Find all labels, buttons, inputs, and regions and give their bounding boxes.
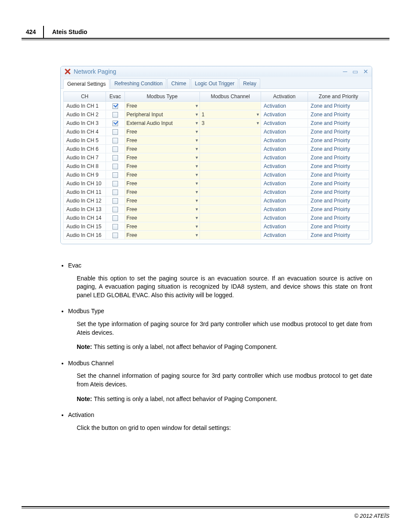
close-button[interactable]: ✕ (363, 68, 368, 75)
zone-priority-button[interactable]: Zone and Prioirty (311, 129, 350, 135)
evac-checkbox[interactable] (112, 190, 118, 195)
activation-button[interactable]: Activation (264, 146, 286, 152)
activation-button[interactable]: Activation (264, 112, 286, 118)
modbus-type-dropdown[interactable]: Free▼ (125, 205, 200, 213)
tab-refreshing-condition[interactable]: Refreshing Condition (110, 78, 166, 88)
activation-button[interactable]: Activation (264, 172, 286, 178)
app-icon (64, 68, 71, 75)
evac-checkbox[interactable] (112, 215, 118, 221)
tab-logic-out-trigger[interactable]: Logic Out Trigger (191, 78, 238, 88)
modbus-channel-dropdown[interactable] (200, 180, 261, 187)
zone-priority-button[interactable]: Zone and Prioirty (311, 155, 350, 161)
zone-priority-button[interactable]: Zone and Prioirty (311, 103, 350, 109)
zone-priority-button[interactable]: Zone and Prioirty (311, 189, 350, 195)
evac-checkbox[interactable] (112, 181, 118, 187)
modbus-type-dropdown[interactable]: Free▼ (125, 162, 200, 170)
modbus-type-dropdown[interactable]: Free▼ (125, 154, 200, 162)
zone-priority-button[interactable]: Zone and Prioirty (311, 112, 350, 118)
zone-priority-button[interactable]: Zone and Prioirty (311, 224, 350, 230)
evac-checkbox[interactable] (112, 129, 118, 135)
activation-button[interactable]: Activation (264, 198, 286, 204)
zone-priority-button[interactable]: Zone and Prioirty (311, 206, 350, 212)
activation-button[interactable]: Activation (264, 180, 286, 187)
modbus-channel-dropdown[interactable] (200, 223, 261, 230)
zone-priority-button[interactable]: Zone and Prioirty (311, 172, 350, 178)
modbus-channel-dropdown[interactable]: 1▼ (200, 111, 261, 118)
activation-button[interactable]: Activation (264, 103, 286, 109)
activation-button[interactable]: Activation (264, 189, 286, 195)
modbus-type-dropdown[interactable]: Free▼ (125, 128, 200, 136)
modbus-type-dropdown[interactable]: Free▼ (125, 223, 200, 230)
activation-button[interactable]: Activation (264, 129, 286, 135)
modbus-type-dropdown[interactable]: Free▼ (125, 197, 200, 205)
minimize-button[interactable]: ─ (343, 68, 347, 75)
modbus-channel-dropdown[interactable] (200, 145, 261, 153)
column-header[interactable]: CH (64, 92, 106, 102)
modbus-channel-dropdown[interactable] (200, 154, 261, 162)
modbus-channel-dropdown[interactable] (200, 137, 261, 144)
modbus-channel-dropdown[interactable] (200, 128, 261, 136)
modbus-type-dropdown[interactable]: External Audio Input▼ (125, 119, 200, 127)
modbus-channel-dropdown[interactable] (200, 214, 261, 222)
column-header[interactable]: Modbus Channel (200, 92, 261, 102)
evac-checkbox[interactable] (112, 172, 118, 178)
activation-button[interactable]: Activation (264, 224, 286, 230)
zone-priority-button[interactable]: Zone and Prioirty (311, 146, 350, 152)
evac-checkbox[interactable] (112, 121, 118, 126)
tab-general-settings[interactable]: General Settings (63, 79, 109, 89)
activation-button[interactable]: Activation (264, 232, 286, 238)
modbus-channel-dropdown[interactable] (200, 205, 261, 213)
table-row: Audio In CH 2Peripheral Input▼1▼Activati… (64, 110, 369, 119)
modbus-type-dropdown[interactable]: Free▼ (125, 137, 200, 144)
activation-button[interactable]: Activation (264, 137, 286, 143)
modbus-channel-dropdown[interactable] (200, 162, 261, 170)
column-header[interactable]: Modbus Type (125, 92, 200, 102)
evac-checkbox[interactable] (112, 138, 118, 143)
maximize-button[interactable]: ▭ (352, 68, 358, 75)
modbus-channel-dropdown[interactable]: 3▼ (200, 119, 261, 127)
evac-checkbox[interactable] (112, 146, 118, 152)
modbus-type-dropdown[interactable]: Free▼ (125, 231, 200, 239)
evac-checkbox[interactable] (112, 112, 118, 118)
table-row: Audio In CH 14Free▼ActivationZone and Pr… (64, 214, 369, 222)
zone-priority-button[interactable]: Zone and Prioirty (311, 163, 350, 169)
activation-button[interactable]: Activation (264, 215, 286, 221)
evac-checkbox[interactable] (112, 224, 118, 230)
activation-button[interactable]: Activation (264, 155, 286, 161)
modbus-type-dropdown[interactable]: Free▼ (125, 102, 200, 110)
column-header[interactable]: Evac (106, 92, 125, 102)
zone-priority-button[interactable]: Zone and Prioirty (311, 137, 350, 143)
cell-ch: Audio In CH 12 (64, 196, 106, 205)
modbus-type-dropdown[interactable]: Free▼ (125, 171, 200, 179)
evac-checkbox[interactable] (112, 233, 118, 238)
tab-chime[interactable]: Chime (167, 78, 190, 88)
column-header[interactable]: Zone and Priority (308, 92, 369, 102)
modbus-channel-dropdown[interactable] (200, 102, 261, 110)
zone-priority-button[interactable]: Zone and Prioirty (311, 232, 350, 238)
doc-item-title: Activation (68, 411, 372, 420)
doc-item-title: Modbus Channel (68, 359, 372, 368)
evac-checkbox[interactable] (112, 207, 118, 212)
zone-priority-button[interactable]: Zone and Prioirty (311, 198, 350, 204)
activation-button[interactable]: Activation (264, 206, 286, 212)
modbus-channel-dropdown[interactable] (200, 171, 261, 179)
zone-priority-button[interactable]: Zone and Prioirty (311, 120, 350, 126)
modbus-channel-dropdown[interactable] (200, 197, 261, 205)
evac-checkbox[interactable] (112, 198, 118, 204)
modbus-type-dropdown[interactable]: Free▼ (125, 180, 200, 187)
activation-button[interactable]: Activation (264, 120, 286, 126)
modbus-type-dropdown[interactable]: Free▼ (125, 188, 200, 196)
activation-button[interactable]: Activation (264, 163, 286, 169)
column-header[interactable]: Activation (261, 92, 308, 102)
modbus-channel-dropdown[interactable] (200, 231, 261, 239)
evac-checkbox[interactable] (112, 103, 118, 109)
zone-priority-button[interactable]: Zone and Prioirty (311, 215, 350, 221)
modbus-type-dropdown[interactable]: Free▼ (125, 214, 200, 222)
evac-checkbox[interactable] (112, 155, 118, 161)
zone-priority-button[interactable]: Zone and Prioirty (311, 180, 350, 187)
modbus-channel-dropdown[interactable] (200, 188, 261, 196)
modbus-type-dropdown[interactable]: Peripheral Input▼ (125, 111, 200, 118)
tab-relay[interactable]: Relay (239, 78, 260, 88)
modbus-type-dropdown[interactable]: Free▼ (125, 145, 200, 153)
evac-checkbox[interactable] (112, 164, 118, 169)
